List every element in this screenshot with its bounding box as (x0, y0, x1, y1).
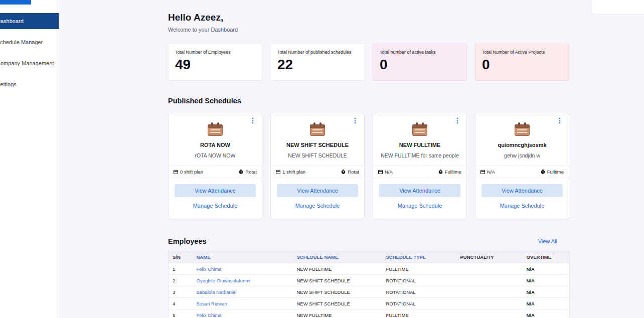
cell-overtime: N/A (523, 298, 570, 309)
clock-icon (239, 170, 243, 174)
shift-plan-icon (480, 170, 485, 174)
stat-value: 0 (482, 57, 562, 73)
employee-name-link[interactable]: Felix Chima (197, 266, 222, 272)
cell-schedule-name: NEW SHIFT SCHEDULE (293, 286, 382, 298)
shift-plan-text: 0 shift plan (180, 169, 203, 175)
cell-punctuality (456, 298, 523, 309)
employee-name-link[interactable]: Oyegbile Oluwasolafunmi (197, 278, 251, 283)
clock-icon (541, 170, 545, 174)
shift-plan-icon (276, 170, 280, 174)
sidebar-item-settings[interactable]: Settings (0, 76, 59, 92)
view-attendance-button[interactable]: View Attendance (277, 184, 358, 197)
page-greeting: Hello Azeez, (168, 0, 569, 23)
stat-card-employees: Total Number of Employees 49 (168, 44, 262, 81)
employees-title: Employees (168, 237, 207, 245)
view-all-link[interactable]: View All (538, 238, 557, 244)
stat-card-active-tasks: Total number of active tasks 0 (373, 44, 467, 81)
stat-label: Total number of active tasks (380, 50, 460, 55)
cell-name: Felix Chima (193, 263, 293, 275)
sidebar-item-dashboard[interactable]: Dashboard (0, 13, 59, 29)
clock-icon (438, 170, 443, 174)
stat-card-active-projects: Total Number of Active Projects 0 (475, 44, 569, 81)
sidebar-logo-strip (0, 0, 31, 5)
calendar-icon (208, 122, 223, 136)
page-subtitle: Welcome to your Dashboard (168, 27, 569, 33)
kebab-menu-icon[interactable]: ⋮ (556, 117, 563, 124)
shift-plan-text: N/A (385, 169, 393, 175)
cell-name: Felix Chima (193, 309, 293, 318)
schedule-name: quiomncghjsosmk (475, 142, 569, 148)
table-row: 3 Babalola Nathaniel NEW SHIFT SCHEDULE … (169, 286, 570, 298)
cell-punctuality (456, 286, 523, 298)
cell-schedule-type: ROTATIONAL (382, 286, 456, 298)
cell-schedule-name: NEW FULLTIME (293, 263, 382, 275)
schedule-type-text: Fulltime (445, 169, 461, 175)
view-attendance-button[interactable]: View Attendance (481, 184, 563, 197)
employee-name-link[interactable]: Busari Ridwan (197, 301, 227, 306)
stat-label: Total Number of Active Projects (482, 50, 562, 55)
view-attendance-button[interactable]: View Attendance (175, 184, 256, 197)
employee-name-link[interactable]: Felix Chima (197, 312, 222, 318)
column-header-punctuality: PUNCTUALITY (456, 251, 523, 263)
cell-punctuality (456, 275, 523, 286)
schedule-name: NEW SHIFT SCHEDULE (271, 142, 364, 148)
cell-overtime: N/A (523, 286, 570, 298)
calendar-icon (412, 122, 427, 136)
employee-name-link[interactable]: Babalola Nathaniel (197, 289, 237, 295)
manage-schedule-link[interactable]: Manage Schedule (373, 203, 466, 209)
schedule-description: NEW FULLTIME for same people (373, 152, 466, 159)
schedule-cards-row: ⋮ ROTA NOW rOTA NOW NOW 0 shift plan (168, 113, 569, 219)
main-content: Hello Azeez, Welcome to your Dashboard T… (168, 0, 569, 318)
cell-schedule-name: NEW FULLTIME (293, 309, 382, 318)
published-schedules-title: Published Schedules (168, 97, 569, 105)
cell-schedule-type: ROTATIONAL (382, 298, 456, 309)
sidebar-item-company-management[interactable]: Company Management (0, 55, 59, 71)
schedule-card: ⋮ NEW SHIFT SCHEDULE NEW SHIFT SCHEDULE … (270, 113, 365, 219)
kebab-menu-icon[interactable]: ⋮ (352, 117, 359, 124)
column-header-overtime: OVERTIME (523, 251, 570, 263)
header-account-widget[interactable] (592, 0, 644, 14)
stat-card-published-schedules: Total Number of published schedules 22 (270, 44, 365, 81)
clock-icon (341, 170, 346, 174)
schedule-meta-row: N/A Fulltime (373, 166, 466, 178)
view-attendance-button[interactable]: View Attendance (379, 184, 460, 197)
cell-sn: 3 (169, 286, 193, 298)
cell-schedule-type: ROTATIONAL (382, 275, 456, 286)
table-row: 4 Busari Ridwan NEW SHIFT SCHEDULE ROTAT… (169, 298, 570, 309)
column-header-schedule-type: SCHEDULE TYPE (382, 251, 456, 263)
stat-label: Total Number of published schedules (277, 50, 358, 55)
shift-plan-icon (174, 170, 178, 174)
manage-schedule-link[interactable]: Manage Schedule (169, 203, 262, 209)
stat-value: 22 (277, 57, 358, 73)
column-header-sn: S/N (169, 251, 193, 263)
cell-name: Oyegbile Oluwasolafunmi (193, 275, 293, 286)
cell-overtime: N/A (523, 275, 570, 286)
calendar-icon (310, 122, 325, 136)
schedule-card: ⋮ NEW FULLTIME NEW FULLTIME for same peo… (373, 113, 467, 219)
cell-overtime: N/A (523, 309, 570, 318)
manage-schedule-link[interactable]: Manage Schedule (475, 203, 569, 209)
calendar-icon (515, 122, 530, 136)
schedule-name: NEW FULLTIME (373, 142, 466, 148)
cell-overtime: N/A (523, 263, 570, 275)
kebab-menu-icon[interactable]: ⋮ (454, 117, 461, 124)
schedule-type-text: Rotat (348, 169, 359, 175)
sidebar: Dashboard Schedule Manager Company Manag… (0, 0, 59, 318)
cell-name: Babalola Nathaniel (193, 286, 293, 298)
manage-schedule-link[interactable]: Manage Schedule (271, 203, 364, 209)
cell-sn: 5 (169, 309, 193, 318)
schedule-meta-row: N/A Fulltime (475, 166, 569, 178)
employees-header: Employees View All (168, 237, 569, 245)
sidebar-item-schedule-manager[interactable]: Schedule Manager (0, 34, 59, 50)
stats-row: Total Number of Employees 49 Total Numbe… (168, 44, 569, 81)
cell-schedule-type: FULLTIME (382, 263, 456, 275)
stat-label: Total Number of Employees (175, 50, 255, 55)
schedule-description: rOTA NOW NOW (169, 152, 262, 159)
schedule-card: ⋮ ROTA NOW rOTA NOW NOW 0 shift plan (168, 113, 262, 219)
kebab-menu-icon[interactable]: ⋮ (249, 117, 256, 124)
column-header-name: NAME (193, 251, 293, 263)
schedule-type-text: Fulltime (547, 169, 564, 175)
employees-table: S/N NAME SCHEDULE NAME SCHEDULE TYPE PUN… (168, 251, 570, 318)
schedule-card: ⋮ quiomncghjsosmk gehw jsndjdn w N/A (475, 113, 569, 219)
stat-value: 49 (175, 57, 255, 73)
